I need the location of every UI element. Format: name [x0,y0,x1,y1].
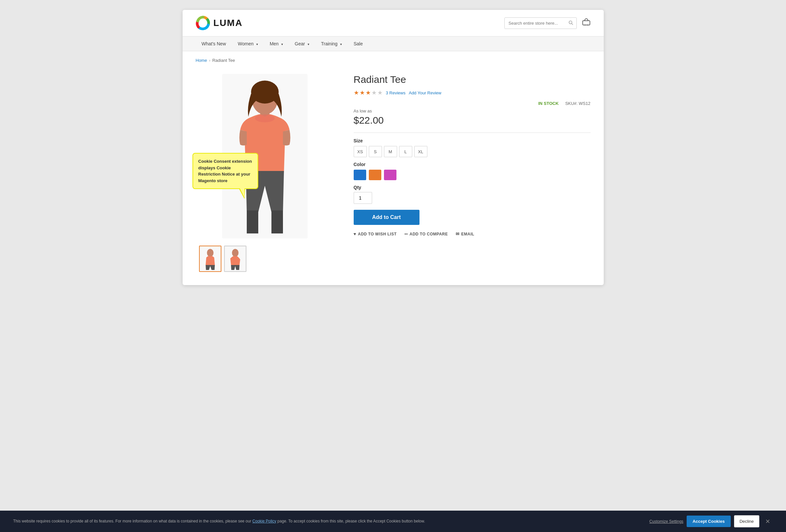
add-to-wishlist-link[interactable]: ♥ ADD TO WISH LIST [354,232,397,236]
header-right [504,18,591,29]
size-xl[interactable]: XL [414,146,427,157]
product-price: $22.00 [354,115,591,126]
svg-point-10 [255,115,275,122]
nav-item-sale[interactable]: Sale [348,37,369,51]
logo-icon [196,16,210,30]
availability-badge: IN STOCK [538,101,559,106]
add-to-compare-link[interactable]: ▪▪ ADD TO COMPARE [405,232,448,236]
breadcrumb: Home › Radiant Tee [196,58,591,63]
svg-point-5 [587,25,588,26]
nav-link-training[interactable]: Training ▾ [315,37,348,51]
thumbnail-image-1 [200,247,220,271]
price-section: As low as $22.00 [354,108,591,126]
svg-point-4 [584,25,585,26]
search-button[interactable] [565,18,576,29]
nav-link-gear[interactable]: Gear ▾ [289,37,315,51]
logo-text: LUMA [213,18,243,28]
star-3: ★ [366,89,371,96]
color-options [354,170,591,180]
nav-link-sale[interactable]: Sale [348,37,369,51]
size-label: Size [354,138,591,143]
size-options: XS S M L XL [354,146,591,157]
product-title: Radiant Tee [354,74,591,85]
thumbnail-1[interactable] [199,246,222,272]
qty-label: Qty [354,185,591,190]
sku-label: SKU#: WS12 [565,101,591,106]
nav-item-training[interactable]: Training ▾ [315,37,348,51]
svg-rect-3 [583,21,590,25]
compare-icon: ▪▪ [405,232,408,236]
header: LUMA [183,10,604,37]
size-s[interactable]: S [369,146,382,157]
qty-input[interactable]: 1 [354,192,372,204]
email-icon: ✉ [456,232,460,236]
size-m[interactable]: M [384,146,397,157]
add-review-link[interactable]: Add Your Review [409,91,441,95]
price-divider [354,132,591,133]
qty-section: Qty 1 [354,185,591,204]
chevron-down-icon: ▾ [281,42,283,46]
search-icon [569,20,573,25]
heart-icon: ♥ [354,232,356,236]
cart-icon [582,18,591,26]
color-label: Color [354,162,591,167]
star-4: ★ [371,89,377,96]
nav-item-women[interactable]: Women ▾ [232,37,264,51]
cart-button[interactable] [582,18,591,28]
tooltip-text: Cookie Consent extension displays Cookie… [199,159,252,183]
breadcrumb-current: Radiant Tee [212,58,235,63]
nav-link-whats-new[interactable]: What's New [196,37,232,51]
size-xs[interactable]: XS [354,146,367,157]
reviews-link[interactable]: 3 Reviews [386,91,406,95]
tooltip-bubble: Cookie Consent extension displays Cookie… [192,153,258,189]
main-content: Home › Radiant Tee Cookie Consent extens… [183,51,604,285]
thumbnail-image-2 [225,247,245,271]
chevron-down-icon: ▾ [340,42,342,46]
svg-rect-11 [247,211,258,234]
search-input[interactable] [505,18,565,28]
action-links: ♥ ADD TO WISH LIST ▪▪ ADD TO COMPARE ✉ E… [354,232,591,236]
main-image-container: Cookie Consent extension displays Cookie… [196,71,334,242]
product-images: Cookie Consent extension displays Cookie… [196,71,334,272]
size-l[interactable]: L [399,146,412,157]
stock-sku-row: IN STOCK SKU#: WS12 [354,101,591,106]
logo-area: LUMA [196,16,243,30]
star-2: ★ [360,89,365,96]
star-5: ★ [377,89,383,96]
email-link[interactable]: ✉ EMAIL [456,232,474,236]
chevron-down-icon: ▾ [256,42,258,46]
breadcrumb-home[interactable]: Home [196,58,207,63]
as-low-as-label: As low as [354,108,591,114]
star-1: ★ [354,89,359,96]
nav-item-whats-new[interactable]: What's New [196,37,232,51]
rating-row: ★ ★ ★ ★ ★ 3 Reviews Add Your Review [354,89,591,96]
product-details: Radiant Tee ★ ★ ★ ★ ★ 3 Reviews Add Your… [354,71,591,236]
svg-line-2 [572,23,573,25]
svg-point-14 [207,249,213,257]
color-swatch-purple[interactable] [384,170,396,180]
star-rating: ★ ★ ★ ★ ★ [354,89,383,96]
chevron-down-icon: ▾ [308,42,309,46]
product-layout: Cookie Consent extension displays Cookie… [196,71,591,272]
nav-link-men[interactable]: Men ▾ [264,37,289,51]
thumbnails [196,246,334,272]
thumbnail-2[interactable] [224,246,247,272]
breadcrumb-separator: › [209,58,210,63]
nav-item-men[interactable]: Men ▾ [264,37,289,51]
color-swatch-blue[interactable] [354,170,366,180]
color-swatch-orange[interactable] [369,170,381,180]
nav-list: What's New Women ▾ Men ▾ Gear ▾ T [196,37,591,51]
search-box[interactable] [504,18,577,29]
nav-bar: What's New Women ▾ Men ▾ Gear ▾ T [183,37,604,51]
add-to-cart-button[interactable]: Add to Cart [354,210,419,225]
nav-link-women[interactable]: Women ▾ [232,37,264,51]
svg-point-16 [232,249,238,257]
nav-item-gear[interactable]: Gear ▾ [289,37,315,51]
svg-rect-12 [272,211,283,234]
